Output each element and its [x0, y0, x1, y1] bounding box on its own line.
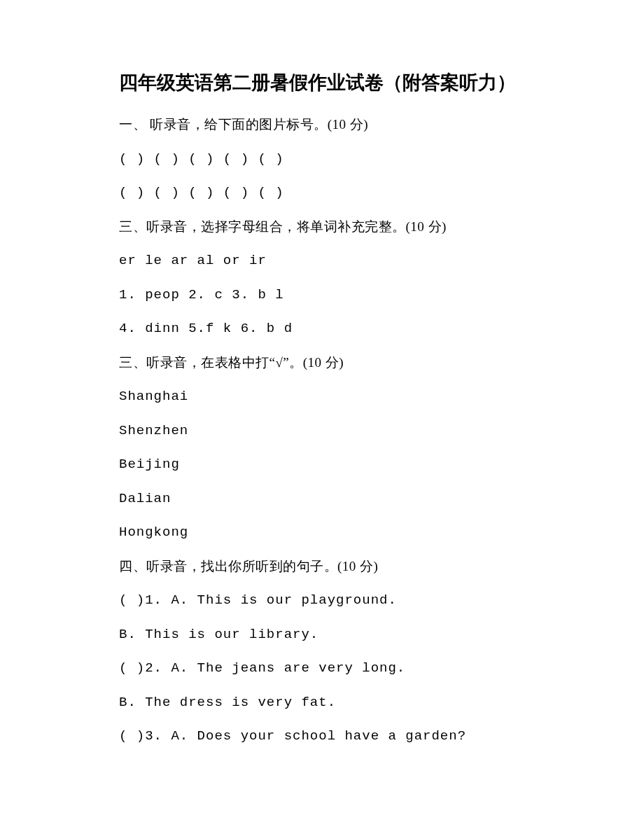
words-line-1: 1. peop 2. c 3. b l: [119, 285, 532, 305]
q2-option-a: ( )2. A. The jeans are very long.: [119, 658, 532, 679]
city-shanghai: Shanghai: [119, 387, 532, 407]
letter-combinations: er le ar al or ir: [119, 251, 532, 271]
blank-row-1: ( ) ( ) ( ) ( ) ( ): [119, 149, 532, 169]
q2-option-b: B. The dress is very fat.: [119, 693, 532, 713]
city-hongkong: Hongkong: [119, 522, 532, 543]
section-1-heading: 一、 听录音，给下面的图片标号。(10 分): [119, 115, 532, 135]
q1-option-a: ( )1. A. This is our playground.: [119, 590, 532, 611]
words-line-2: 4. dinn 5.f k 6. b d: [119, 319, 532, 339]
document-page: 四年级英语第二册暑假作业试卷（附答案听力） 一、 听录音，给下面的图片标号。(1…: [0, 0, 644, 834]
section-4-heading: 四、听录音，找出你所听到的句子。(10 分): [119, 557, 532, 577]
city-shenzhen: Shenzhen: [119, 421, 532, 441]
city-beijing: Beijing: [119, 454, 532, 475]
q3-option-a: ( )3. A. Does your school have a garden?: [119, 726, 532, 746]
section-3b-heading: 三、听录音，在表格中打“√”。(10 分): [119, 353, 532, 373]
document-title: 四年级英语第二册暑假作业试卷（附答案听力）: [119, 70, 532, 95]
q1-option-b: B. This is our library.: [119, 625, 532, 645]
city-dalian: Dalian: [119, 489, 532, 509]
section-3a-heading: 三、听录音，选择字母组合，将单词补充完整。(10 分): [119, 217, 532, 237]
blank-row-2: ( ) ( ) ( ) ( ) ( ): [119, 183, 532, 203]
